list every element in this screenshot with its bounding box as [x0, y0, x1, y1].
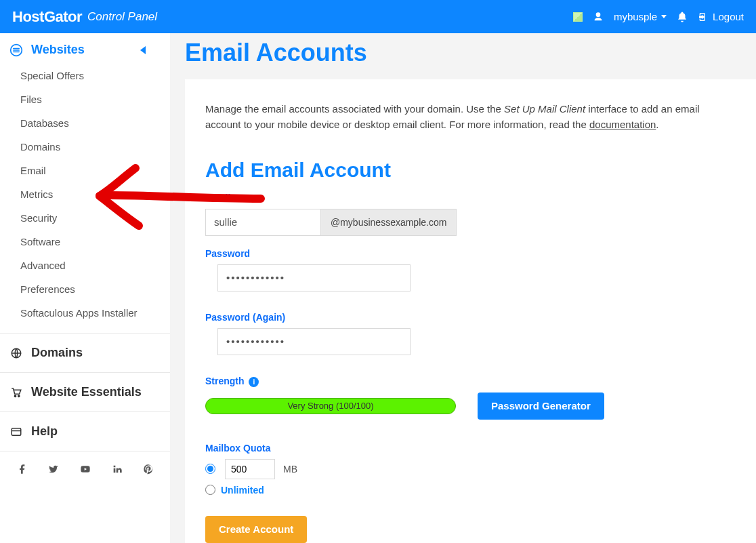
- strength-label: Strength i: [205, 376, 736, 387]
- svg-point-3: [18, 395, 20, 397]
- sidebar-item-softaculous[interactable]: Softaculous Apps Installer: [0, 301, 170, 325]
- sidebar-section-domains[interactable]: Domains: [0, 342, 170, 364]
- user-icon: [592, 11, 604, 23]
- avatar-broken-image-icon: [573, 12, 583, 22]
- linkedin-icon[interactable]: [112, 464, 123, 475]
- password-again-label: Password (Again): [205, 312, 736, 323]
- quota-label: Mailbox Quota: [205, 443, 736, 454]
- documentation-link[interactable]: documentation: [589, 119, 656, 130]
- sidebar-item-email[interactable]: Email: [0, 159, 170, 182]
- sidebar-section-help[interactable]: Help: [0, 420, 170, 443]
- page-title: Email Accounts: [185, 39, 756, 67]
- quota-value-input[interactable]: [225, 459, 275, 479]
- logout-label: Logout: [713, 11, 744, 22]
- username-label: mybusple: [614, 11, 657, 22]
- info-icon[interactable]: i: [249, 377, 259, 387]
- main-content: Email Accounts Manage the email accounts…: [170, 33, 756, 543]
- social-links: [0, 451, 170, 487]
- sidebar-item-advanced[interactable]: Advanced: [0, 254, 170, 277]
- youtube-icon[interactable]: [79, 464, 91, 475]
- intro-text: Manage the email accounts associated wit…: [205, 101, 720, 133]
- password-input[interactable]: [217, 264, 411, 291]
- user-dropdown[interactable]: mybusple: [614, 11, 667, 22]
- sidebar-section-essentials[interactable]: Website Essentials: [0, 381, 170, 403]
- email-label: Email: [205, 193, 736, 203]
- facebook-icon[interactable]: [17, 464, 28, 475]
- sidebar-section-websites[interactable]: Websites: [0, 39, 170, 61]
- email-domain-addon: @mybusinessexample.com: [320, 209, 457, 236]
- globe-icon: [9, 346, 23, 360]
- sidebar-section-websites-label: Websites: [31, 43, 85, 57]
- brand-subtitle: Control Panel: [87, 10, 157, 24]
- hamburger-circle-icon: [9, 43, 23, 57]
- sidebar-item-files[interactable]: Files: [0, 87, 170, 111]
- quota-fixed-radio[interactable]: [205, 464, 215, 474]
- sidebar: Websites Special Offers Files Databases …: [0, 33, 170, 543]
- sidebar-item-metrics[interactable]: Metrics: [0, 182, 170, 206]
- cart-icon: [9, 386, 23, 399]
- sidebar-item-software[interactable]: Software: [0, 230, 170, 254]
- email-local-input[interactable]: [205, 209, 320, 236]
- collapse-sidebar-icon[interactable]: [140, 46, 146, 54]
- strength-meter: Very Strong (100/100): [205, 398, 456, 414]
- help-icon: [9, 425, 23, 439]
- logout-button[interactable]: Logout: [698, 11, 744, 22]
- sidebar-section-domains-label: Domains: [31, 346, 83, 360]
- sidebar-item-security[interactable]: Security: [0, 206, 170, 230]
- svg-point-2: [14, 395, 16, 397]
- sidebar-item-preferences[interactable]: Preferences: [0, 277, 170, 301]
- sidebar-section-help-label: Help: [31, 424, 58, 439]
- form-heading: Add Email Account: [205, 159, 736, 182]
- password-generator-button[interactable]: Password Generator: [478, 393, 604, 420]
- password-again-input[interactable]: [217, 328, 411, 355]
- quota-unlimited-radio[interactable]: [205, 485, 215, 495]
- quota-unit-label: MB: [283, 464, 297, 475]
- content-panel: Manage the email accounts associated wit…: [185, 79, 756, 543]
- svg-rect-4: [12, 428, 21, 435]
- twitter-icon[interactable]: [48, 464, 59, 475]
- sidebar-item-databases[interactable]: Databases: [0, 111, 170, 135]
- quota-unlimited-label: Unlimited: [221, 485, 264, 496]
- top-bar: HostGator Control Panel mybusple Logout: [0, 0, 756, 33]
- sidebar-item-domains[interactable]: Domains: [0, 135, 170, 159]
- password-label: Password: [205, 248, 736, 259]
- create-account-button[interactable]: Create Account: [205, 516, 307, 543]
- bell-icon[interactable]: [676, 11, 688, 23]
- chevron-down-icon: [661, 15, 667, 18]
- sidebar-item-special-offers[interactable]: Special Offers: [0, 64, 170, 87]
- sidebar-section-essentials-label: Website Essentials: [31, 385, 142, 399]
- brand-logo: HostGator: [12, 8, 82, 26]
- pinterest-icon[interactable]: [143, 464, 154, 475]
